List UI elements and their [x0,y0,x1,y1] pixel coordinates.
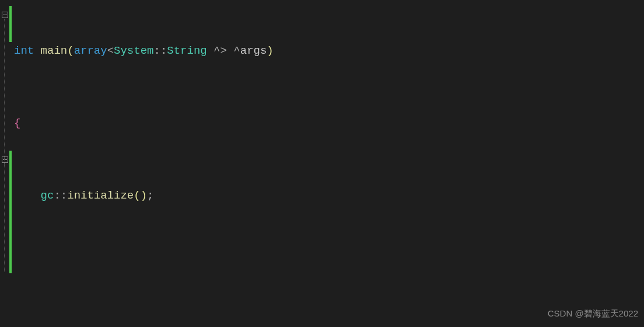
angle-bracket: > [220,44,227,57]
paren: ( [67,44,74,57]
change-marker [9,151,12,273]
code-editor[interactable]: int main(array<System::String ^> ^args) … [14,6,511,327]
code-line: { [14,114,511,133]
function-main: main [34,44,67,57]
scope-op: :: [54,189,67,202]
brace-open: { [14,117,20,130]
watermark-text: CSDN @碧海蓝天2022 [548,304,638,322]
keyword-int: int [14,44,34,57]
editor-gutter [0,0,14,327]
change-marker [9,6,12,42]
function-initialize: initialize [67,189,134,202]
paren: ) [267,44,273,57]
type-system: System [114,44,153,57]
caret-op: ^ [207,44,220,57]
paren: ( [134,189,140,202]
brace-guide [4,164,5,199]
semicolon: ; [147,189,153,202]
caret-op: ^ [227,44,240,57]
scope-op: :: [153,44,167,57]
param-args: args [240,44,267,57]
fold-toggle-icon[interactable] [2,156,8,163]
angle-bracket: < [107,44,114,57]
keyword-array: array [74,44,107,57]
paren: ) [141,189,147,202]
code-line: gc::initialize(); [14,187,511,205]
fold-toggle-icon[interactable] [2,12,8,18]
code-line: int main(array<System::String ^> ^args) [14,42,511,60]
brace-guide [4,19,5,272]
code-line [14,259,511,277]
type-string: String [167,44,206,57]
identifier-gc: gc [41,189,54,202]
